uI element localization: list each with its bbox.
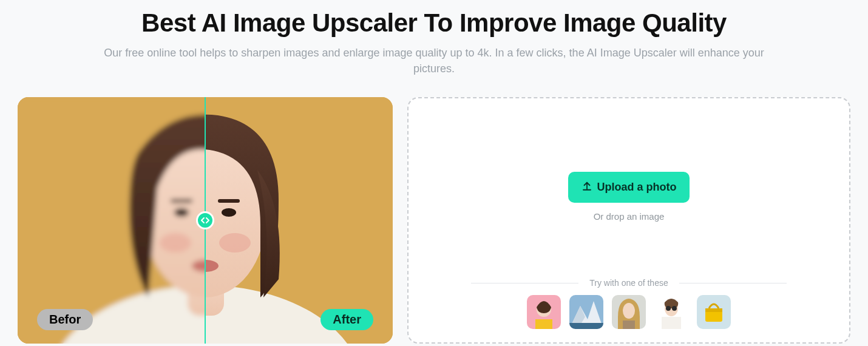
- examples-label: Try with one of these: [589, 278, 668, 288]
- svg-point-16: [160, 233, 191, 253]
- svg-rect-11: [218, 199, 240, 203]
- page-title: Best AI Image Upscaler To Improve Image …: [141, 8, 727, 38]
- example-yellow-handbag[interactable]: [697, 295, 731, 329]
- example-woman-yellow-shirt[interactable]: [527, 295, 561, 329]
- svg-point-38: [666, 306, 671, 311]
- example-thumbnails: [527, 295, 731, 329]
- page-subtitle: Our free online tool helps to sharpen im…: [100, 45, 768, 76]
- example-sunglasses-woman[interactable]: [654, 295, 688, 329]
- svg-point-19: [174, 208, 189, 217]
- upload-button[interactable]: Upload a photo: [568, 172, 690, 203]
- svg-rect-34: [623, 321, 635, 329]
- example-snowy-mountain[interactable]: [569, 295, 603, 329]
- divider-line: [679, 283, 787, 283]
- comparison-panel[interactable]: Befor After: [18, 97, 393, 344]
- example-blonde-woman[interactable]: [612, 295, 646, 329]
- drop-text: Or drop an image: [594, 211, 665, 222]
- svg-point-9: [222, 208, 236, 217]
- svg-rect-31: [569, 323, 603, 329]
- svg-rect-26: [535, 319, 552, 329]
- svg-rect-42: [705, 308, 722, 312]
- svg-point-39: [672, 306, 677, 311]
- svg-rect-21: [171, 199, 192, 203]
- after-badge: After: [320, 309, 373, 330]
- before-badge: Befor: [37, 309, 93, 330]
- divider-line: [471, 283, 578, 283]
- svg-point-33: [623, 303, 635, 319]
- slider-handle-icon[interactable]: [196, 211, 214, 229]
- upload-dropzone[interactable]: Upload a photo Or drop an image Try with…: [407, 97, 850, 344]
- svg-rect-36: [662, 317, 681, 329]
- svg-point-6: [219, 233, 251, 253]
- upload-icon: [581, 180, 592, 194]
- upload-button-label: Upload a photo: [597, 181, 677, 194]
